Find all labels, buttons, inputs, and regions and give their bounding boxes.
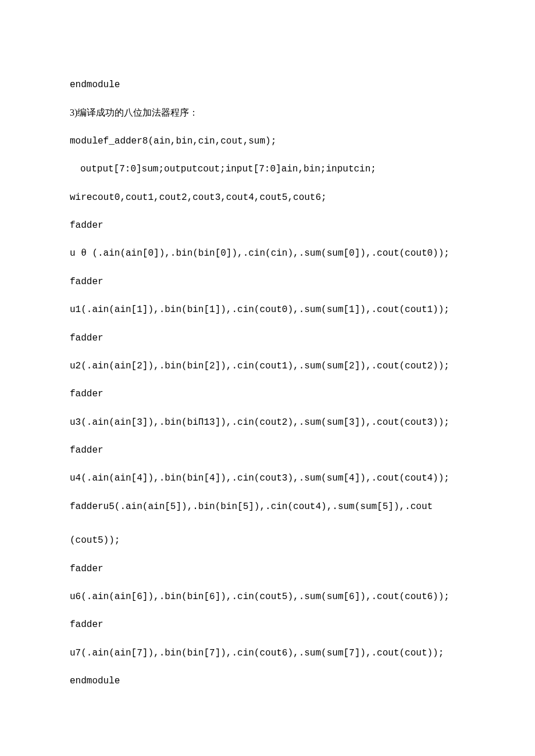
code-line-0: endmodule [70,78,465,91]
code-line-1: 3)编译成功的八位加法器程序： [70,106,465,119]
code-line-4: wirecout0,cout1,cout2,cout3,cout4,cout5,… [70,191,465,204]
code-line-10: u2(.ain(ain[2]),.bin(bin[2]),.cin(cout1)… [70,360,465,372]
code-line-6: u θ (.ain(ain[0]),.bin(bin[0]),.cin(cin)… [70,247,465,260]
code-line-13: fadder [70,444,465,457]
code-line-8: u1(.ain(ain[1]),.bin(bin[1]),.cin(cout0)… [70,303,465,316]
code-line-19: fadder [70,618,465,631]
code-line-9: fadder [70,332,465,345]
code-line-18: u6(.ain(ain[6]),.bin(bin[6]),.cin(cout5)… [70,590,465,603]
document-body: endmodule3)编译成功的八位加法器程序：modulef_adder8(a… [70,78,465,688]
code-line-17: fadder [70,562,465,575]
code-line-5: fadder [70,219,465,232]
code-line-3: output[7:0]sum;outputcout;input[7:0]ain,… [70,163,465,175]
code-line-21: endmodule [70,675,465,687]
code-line-15: fadderu5(.ain(ain[5]),.bin(bin[5]),.cin(… [70,500,465,513]
code-line-11: fadder [70,388,465,400]
code-line-16: (cout5)); [70,534,465,547]
code-line-20: u7(.ain(ain[7]),.bin(bin[7]),.cin(cout6)… [70,647,465,660]
code-line-7: fadder [70,275,465,288]
code-line-14: u4(.ain(ain[4]),.bin(bin[4]),.cin(cout3)… [70,472,465,485]
code-line-2: modulef_adder8(ain,bin,cin,cout,sum); [70,135,465,148]
code-line-12: u3(.ain(ain[3]),.bin(biΠ13]),.cin(cout2)… [70,416,465,429]
